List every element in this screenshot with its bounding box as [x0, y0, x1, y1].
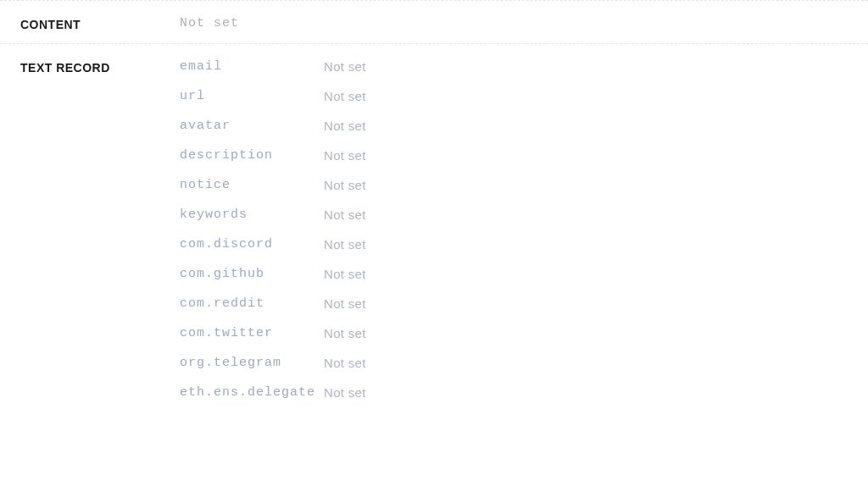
record-key: com.discord	[180, 237, 324, 252]
record-key: eth.ens.delegate	[180, 385, 324, 400]
records-panel: CONTENT Not set TEXT RECORD emailNot set…	[0, 0, 868, 430]
record-value: Not set	[324, 89, 366, 103]
record-value: Not set	[324, 356, 366, 370]
record-value: Not set	[324, 237, 366, 252]
record-key: keywords	[180, 207, 324, 222]
content-section-body: Not set	[180, 13, 868, 31]
text-record-section-body: emailNot seturlNot setavatarNot setdescr…	[180, 56, 868, 405]
record-key: avatar	[180, 119, 324, 133]
record-key: com.twitter	[180, 326, 324, 340]
record-value: Not set	[324, 207, 366, 222]
record-value: Not set	[324, 178, 366, 192]
record-row: keywordsNot set	[180, 207, 868, 222]
record-row: urlNot set	[180, 89, 868, 103]
text-record-section: TEXT RECORD emailNot seturlNot setavatar…	[0, 44, 868, 430]
record-key: notice	[180, 178, 324, 192]
record-value: Not set	[324, 267, 366, 281]
record-key: email	[180, 59, 324, 74]
record-key: url	[180, 89, 324, 103]
record-key: description	[180, 148, 324, 163]
record-row: noticeNot set	[180, 178, 868, 192]
text-record-section-label: TEXT RECORD	[0, 56, 180, 405]
record-key: org.telegram	[180, 356, 324, 370]
record-value: Not set	[324, 148, 366, 163]
record-value: Not set	[324, 385, 366, 400]
record-value: Not set	[324, 326, 366, 340]
record-value: Not set	[324, 296, 366, 311]
content-section-label: CONTENT	[0, 13, 180, 31]
record-value: Not set	[324, 119, 366, 133]
record-key: com.github	[180, 267, 324, 281]
record-key: com.reddit	[180, 296, 324, 311]
record-row: com.twitterNot set	[180, 326, 868, 340]
record-row: com.redditNot set	[180, 296, 868, 311]
record-row: descriptionNot set	[180, 148, 868, 163]
record-value: Not set	[324, 59, 366, 74]
records-list: emailNot seturlNot setavatarNot setdescr…	[180, 56, 868, 405]
record-row: avatarNot set	[180, 119, 868, 133]
record-row: emailNot set	[180, 59, 868, 74]
record-row: com.githubNot set	[180, 267, 868, 281]
record-row: com.discordNot set	[180, 237, 868, 252]
record-row: org.telegramNot set	[180, 356, 868, 370]
content-value: Not set	[180, 13, 868, 30]
content-section: CONTENT Not set	[0, 0, 868, 44]
record-row: eth.ens.delegateNot set	[180, 385, 868, 400]
